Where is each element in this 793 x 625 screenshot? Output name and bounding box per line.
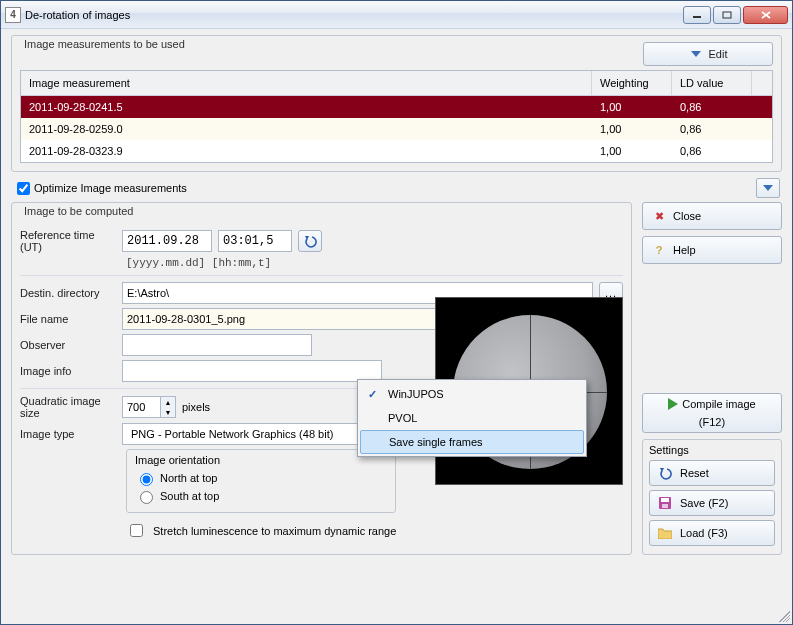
spin-up[interactable]: ▲	[161, 397, 175, 407]
folder-icon	[658, 527, 674, 539]
observer-input[interactable]	[122, 334, 312, 356]
south-radio[interactable]	[140, 491, 153, 504]
collapse-button[interactable]	[756, 178, 780, 198]
imagetype-select[interactable]: PNG - Portable Network Graphics (48 bit)	[122, 423, 392, 445]
minimize-button[interactable]	[683, 6, 711, 24]
observer-label: Observer	[20, 339, 116, 351]
table-row[interactable]: 2011-09-28-0241.51,000,86	[21, 96, 772, 118]
svg-rect-0	[693, 16, 701, 18]
quadsize-spinner[interactable]: ▲▼	[122, 396, 176, 418]
cell-weighting: 1,00	[592, 96, 672, 118]
svg-rect-12	[662, 504, 668, 508]
measurements-table: Image measurement Weighting LD value 201…	[20, 70, 773, 163]
close-icon: ✖	[651, 210, 667, 223]
cell-ld: 0,86	[672, 118, 772, 140]
window-frame: 4 De-rotation of images Image measuremen…	[0, 0, 793, 625]
settings-title: Settings	[649, 444, 775, 456]
optimize-label: Optimize Image measurements	[34, 182, 187, 194]
cell-ld: 0,86	[672, 140, 772, 162]
menu-item[interactable]: Save single frames	[360, 430, 584, 454]
cell-weighting: 1,00	[592, 118, 672, 140]
optimize-checkbox[interactable]	[17, 182, 30, 195]
svg-rect-11	[661, 498, 669, 502]
edit-button-label: Edit	[709, 48, 728, 60]
save-icon	[658, 496, 674, 510]
reset-icon	[658, 466, 674, 480]
help-button[interactable]: ? Help	[642, 236, 782, 264]
table-header: Image measurement Weighting LD value	[21, 71, 772, 96]
chevron-down-icon	[689, 47, 703, 61]
filename-dropdown-menu: WinJUPOSPVOLSave single frames	[357, 379, 587, 457]
svg-marker-9	[660, 468, 664, 472]
compile-key-label: (F12)	[699, 416, 725, 428]
imageinfo-label: Image info	[20, 365, 116, 377]
svg-marker-8	[668, 398, 678, 410]
ref-time-input[interactable]	[218, 230, 292, 252]
col-spacer	[752, 71, 772, 95]
quadsize-input[interactable]	[122, 396, 160, 418]
ref-date-input[interactable]	[122, 230, 212, 252]
load-button[interactable]: Load (F3)	[649, 520, 775, 546]
svg-marker-4	[691, 51, 701, 57]
side-panel: ✖ Close ? Help Compile image (F12) Se	[642, 202, 782, 555]
compile-label: Compile image	[682, 398, 755, 410]
svg-marker-6	[305, 236, 309, 240]
window-title: De-rotation of images	[25, 9, 683, 21]
edit-button[interactable]: Edit	[643, 42, 773, 66]
destdir-label: Destin. directory	[20, 287, 116, 299]
table-row[interactable]: 2011-09-28-0259.01,000,86	[21, 118, 772, 140]
maximize-button[interactable]	[713, 6, 741, 24]
svg-rect-1	[723, 12, 731, 18]
cell-name: 2011-09-28-0323.9	[21, 140, 592, 162]
close-label: Close	[673, 210, 701, 222]
cell-name: 2011-09-28-0259.0	[21, 118, 592, 140]
reftime-label: Reference time (UT)	[20, 229, 116, 253]
col-ldvalue[interactable]: LD value	[672, 71, 752, 95]
cell-name: 2011-09-28-0241.5	[21, 96, 592, 118]
north-label: North at top	[160, 472, 217, 484]
titlebar[interactable]: 4 De-rotation of images	[1, 1, 792, 29]
stretch-checkbox[interactable]	[130, 524, 143, 537]
cell-weighting: 1,00	[592, 140, 672, 162]
pixels-label: pixels	[182, 401, 210, 413]
play-icon	[668, 398, 678, 410]
orientation-group: Image orientation North at top South at …	[126, 449, 396, 513]
imageinfo-input[interactable]	[122, 360, 382, 382]
col-weighting[interactable]: Weighting	[592, 71, 672, 95]
table-row[interactable]: 2011-09-28-0323.91,000,86	[21, 140, 772, 162]
help-icon: ?	[651, 244, 667, 256]
close-window-button[interactable]	[743, 6, 788, 24]
cell-ld: 0,86	[672, 96, 772, 118]
resize-grip[interactable]	[776, 608, 790, 622]
col-measurement[interactable]: Image measurement	[21, 71, 592, 95]
menu-item[interactable]: WinJUPOS	[360, 382, 584, 406]
reset-label: Reset	[680, 467, 709, 479]
below-table-row: Optimize Image measurements	[13, 178, 780, 198]
measurements-group: Image measurements to be used Edit Image…	[11, 35, 782, 172]
menu-item[interactable]: PVOL	[360, 406, 584, 430]
south-label: South at top	[160, 490, 219, 502]
imagetype-label: Image type	[20, 428, 116, 440]
filename-label: File name	[20, 313, 116, 325]
reset-button[interactable]: Reset	[649, 460, 775, 486]
chevron-down-icon	[763, 185, 773, 191]
compute-group-title: Image to be computed	[20, 205, 137, 217]
compile-button[interactable]: Compile image (F12)	[642, 393, 782, 433]
table-body: 2011-09-28-0241.51,000,862011-09-28-0259…	[21, 96, 772, 162]
spin-down[interactable]: ▼	[161, 407, 175, 417]
quadsize-label: Quadratic image size	[20, 395, 116, 419]
save-button[interactable]: Save (F2)	[649, 490, 775, 516]
undo-arrow-icon	[303, 234, 317, 248]
client-area: Image measurements to be used Edit Image…	[1, 29, 792, 624]
close-button[interactable]: ✖ Close	[642, 202, 782, 230]
measurements-group-title: Image measurements to be used	[20, 38, 189, 50]
north-radio[interactable]	[140, 473, 153, 486]
settings-group: Settings Reset Save (F2) Load (F3)	[642, 439, 782, 555]
save-label: Save (F2)	[680, 497, 728, 509]
reftime-hint: [yyyy.mm.dd] [hh:mm,t]	[126, 257, 623, 269]
orientation-title: Image orientation	[135, 454, 387, 466]
svg-marker-5	[763, 185, 773, 191]
load-label: Load (F3)	[680, 527, 728, 539]
revert-time-button[interactable]	[298, 230, 322, 252]
stretch-label: Stretch luminescence to maximum dynamic …	[153, 525, 396, 537]
